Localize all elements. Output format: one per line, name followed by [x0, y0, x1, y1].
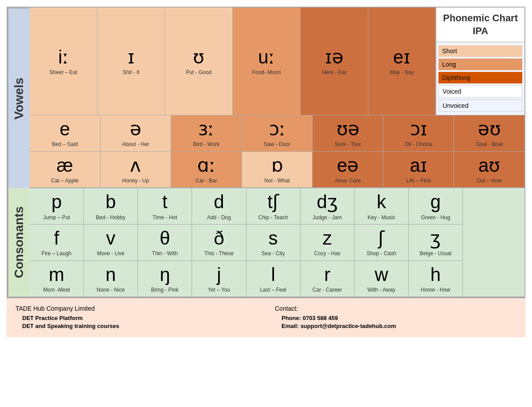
vowel-row-2: e Bed – Said ə About - Her ɜː Bird - Wor… — [30, 115, 524, 152]
symbol-ng: ŋ — [160, 265, 170, 285]
right-panel: Phonemic Chart IPA Short Long Diphtho — [436, 8, 524, 115]
cons-n: n None - Nice — [84, 261, 138, 297]
cons-th: θ Thin - With — [138, 225, 192, 261]
cell-e: e Bed – Said — [30, 115, 101, 151]
cell-d: ɒ Not - What — [242, 152, 313, 188]
cons-dh: ð This - These — [192, 225, 246, 261]
cons-r: r Car - Career — [301, 261, 355, 297]
example-sh: Shop - Cash — [367, 250, 396, 257]
example-th: Thin - With — [152, 250, 178, 257]
symbol-s: s — [269, 228, 278, 249]
cell-ea: eə Area- Care — [313, 152, 383, 188]
cons-h: h Home - How — [409, 261, 462, 297]
example-s: Sea - City — [262, 250, 285, 257]
example-k: Key - Music — [368, 214, 395, 221]
example-ou: Goal - Boat — [476, 141, 503, 147]
consonants-grid: p Jump – Put b Bed - Hobby t Time - Hot … — [30, 188, 462, 296]
example-3r: Bird - Work — [193, 141, 220, 147]
symbol-m: m — [49, 265, 64, 285]
cons-ng: ŋ Bring - Pink — [138, 261, 192, 297]
footer-email: Email: support@detpractice-tadehub.com — [282, 323, 516, 329]
example-t: Time - Hot — [153, 214, 177, 221]
example-f: Fire – Laugh — [42, 250, 71, 257]
symbol-upsilon: ʊ — [193, 47, 204, 67]
example-ua: Sure - Tour — [335, 141, 361, 147]
page-container: Vowels iː Sheet – Eat ɪ Shit - It ʊ — [0, 0, 532, 344]
cons-f: f Fire – Laugh — [30, 225, 84, 261]
cons-sh: ʃ Shop - Cash — [355, 225, 409, 261]
cons-s: s Sea - City — [246, 225, 301, 261]
symbol-z: z — [323, 228, 332, 249]
vowel-row-3: æ Cat – Apple ʌ Honey - Up ɑː Car - Bar … — [30, 152, 524, 188]
example-m: Mom -Meet — [43, 287, 70, 293]
example-ch: Chip - Teach — [258, 214, 288, 221]
cell-ua: ʊə Sure - Tour — [313, 115, 383, 151]
symbol-ii: iː — [58, 47, 68, 67]
example-p: Jump – Put — [43, 214, 70, 221]
footer-company: TADE Hub Company Limited — [16, 305, 257, 312]
symbol-sh: ʃ — [378, 228, 384, 249]
symbol-i: ɪ — [128, 47, 135, 67]
example-z: Cozy - Has — [314, 250, 340, 257]
example-ae: Cat – Apple — [51, 178, 78, 184]
example-d-cons: Add - Dog — [207, 214, 231, 221]
example-upsilon: Put - Good — [186, 69, 211, 75]
example-wedge: Honey - Up — [122, 178, 149, 184]
symbol-n: n — [106, 265, 116, 285]
example-ng: Bring - Pink — [151, 287, 179, 293]
chart-title-box: Phonemic Chart IPA — [436, 8, 524, 42]
example-ia: Here - Ear — [322, 69, 346, 75]
cons-k: k Key - Music — [355, 188, 409, 224]
vowels-grid: iː Sheet – Eat ɪ Shit - It ʊ Put - Good … — [30, 8, 524, 188]
vowels-section: Vowels iː Sheet – Eat ɪ Shit - It ʊ — [8, 8, 524, 188]
cell-oa: ɔː Saw - Door — [242, 115, 313, 151]
example-e: Bed – Said — [52, 141, 78, 147]
cell-upsilon: ʊ Put - Good — [165, 8, 233, 115]
cons-l: l Last – Feel — [246, 261, 301, 297]
footer-email-label: Email: — [282, 323, 299, 329]
cons-ch: tʃ Chip - Teach — [246, 188, 301, 224]
cons-v: v Move - Live — [84, 225, 138, 261]
example-dzh: Judge - Jam — [313, 214, 342, 221]
symbol-ch: tʃ — [267, 192, 279, 212]
example-h: Home - How — [421, 287, 450, 293]
symbol-ae: æ — [57, 155, 73, 176]
cell-3r: ɜː Bird - Work — [171, 115, 242, 151]
vowel-row-1: iː Sheet – Eat ɪ Shit - It ʊ Put - Good … — [30, 8, 524, 115]
example-uu: Food- Moon — [252, 69, 281, 75]
symbol-ea: eə — [337, 155, 359, 176]
symbol-t: t — [162, 192, 168, 212]
legend-box: Short Long Diphthong Voiced — [436, 42, 524, 115]
consonants-right-filler — [462, 188, 524, 296]
cell-schwa: ə About - Her — [101, 115, 172, 151]
example-v: Move - Live — [97, 250, 125, 257]
legend-diphthong: Diphthong — [438, 72, 522, 83]
cell-wedge: ʌ Honey - Up — [101, 152, 172, 188]
chart-title-line1: Phonemic Chart — [443, 12, 518, 25]
example-ei: May - Say — [390, 69, 414, 75]
legend-voiced: Voiced — [438, 85, 522, 98]
cons-b: b Bed - Hobby — [84, 188, 138, 224]
cell-oi: ɔɪ Oil - Choice — [383, 115, 454, 151]
cons-w: w With - Away — [355, 261, 409, 297]
cons-dzh: dʒ Judge - Jam — [301, 188, 355, 224]
cell-ei: eɪ May - Say — [368, 8, 436, 115]
example-schwa: About - Her — [122, 141, 149, 147]
symbol-dzh: dʒ — [317, 192, 338, 212]
cell-i: ɪ Shit - It — [98, 8, 165, 115]
symbol-au: aʊ — [478, 155, 500, 176]
cons-m: m Mom -Meet — [30, 261, 84, 297]
cell-ia: ɪə Here - Ear — [301, 8, 368, 115]
symbol-b: b — [106, 192, 116, 212]
consonant-row-1: p Jump – Put b Bed - Hobby t Time - Hot … — [30, 188, 462, 225]
symbol-wedge: ʌ — [130, 155, 141, 176]
symbol-d-cons: d — [214, 192, 224, 212]
footer-email-value: support@detpractice-tadehub.com — [301, 323, 396, 329]
vowels-label: Vowels — [8, 8, 30, 188]
example-r: Car - Career — [313, 287, 342, 293]
cons-z: z Cozy - Has — [301, 225, 355, 261]
example-g: Green - Hug — [421, 214, 450, 221]
footer: TADE Hub Company Limited DET Practice Pl… — [7, 297, 525, 337]
symbol-d: ɒ — [271, 155, 283, 176]
example-dh: This - These — [204, 250, 234, 257]
